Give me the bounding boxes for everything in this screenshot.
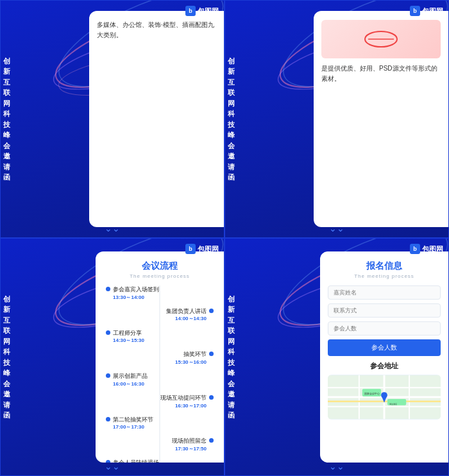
- timeline-dot-8: [209, 438, 214, 443]
- schedule-subtitle: The meeting process: [103, 273, 216, 279]
- timeline-content-7: 第二轮抽奖环节 17:00～17:30: [113, 416, 216, 431]
- logo-bottom-left: b 包图网: [185, 244, 219, 254]
- side-label-top-right: 创新互联网 科技峰会 邀请函: [228, 1, 236, 237]
- timeline-item-6: 现场互动提问环节 16:30～17:00: [103, 394, 216, 409]
- schedule-title: 会议流程: [103, 260, 216, 272]
- timeline-content-6: 现场互动提问环节 16:30～17:00: [103, 394, 207, 409]
- top-left-panel: 创新互联网 科技峰会 邀请函 b 包图网 多媒体、办公馆、装饰·模型、插画配图九…: [0, 0, 224, 238]
- timeline-dot-7: [106, 417, 110, 421]
- timeline-content-5: 展示创新产品 16:00～16:30: [113, 372, 216, 387]
- timeline-item-3: 工程师分享 14:30～15:30: [103, 329, 216, 344]
- chevron-down-bottom-left: ⌄⌄: [105, 461, 120, 472]
- top-right-panel: 创新互联网 科技峰会 邀请函 b 包图网 是提供优质、好用、PSD源文件等形式的…: [224, 0, 449, 238]
- contact-input[interactable]: [328, 303, 441, 318]
- logo-text-3: 包图网: [198, 244, 219, 254]
- registration-card: 报名信息 The meeting process 参会人数 参会地址: [320, 251, 448, 463]
- logo-top-left: b 包图网: [185, 6, 219, 16]
- schedule-card: 会议流程 The meeting process 参会嘉宾入场签到 13:30～…: [96, 251, 224, 463]
- chevron-down-top-right: ⌄⌄: [329, 223, 344, 234]
- logo-icon: b: [185, 6, 196, 16]
- timeline-dot-2: [209, 309, 214, 313]
- submit-button[interactable]: 参会人数: [328, 339, 441, 356]
- top-right-image: [321, 20, 441, 58]
- chevron-down-bottom-right: ⌄⌄: [329, 461, 344, 472]
- guest-name-input[interactable]: [328, 285, 441, 300]
- timeline-item-2: 集团负责人讲话 14:00～14:30: [103, 307, 216, 323]
- logo-icon-3: b: [185, 244, 196, 254]
- timeline-item-9: 参会人员陆续退场 17:50～之后: [103, 459, 216, 463]
- attendee-count-input[interactable]: [328, 321, 441, 336]
- logo-text-2: 包图网: [422, 6, 443, 16]
- top-right-body: 是提供优质、好用、PSD源文件等形式的素材。: [321, 64, 441, 84]
- chevron-down-top-left: ⌄⌄: [105, 223, 120, 234]
- side-label-bottom-right: 创新互联网 科技峰会 邀请函: [228, 239, 236, 475]
- timeline-item-8: 现场拍照留念 17:30～17:50: [103, 437, 216, 452]
- logo-icon-2: b: [410, 6, 420, 16]
- map-placeholder: 国家会议中心 周边酒店: [328, 375, 441, 420]
- bottom-left-panel: 创新互联网 科技峰会 邀请函 b 包图网 会议流程 The meeting pr…: [0, 238, 224, 476]
- svg-text:周边酒店: 周边酒店: [389, 403, 397, 405]
- svg-text:国家会议中心: 国家会议中心: [364, 392, 380, 395]
- reg-title: 报名信息: [328, 260, 441, 272]
- bottom-right-panel: 创新互联网 科技峰会 邀请函 b 包图网 报名信息 The meeting pr…: [224, 238, 449, 476]
- logo-top-right: b 包图网: [410, 6, 443, 16]
- timeline-dot-3: [106, 330, 110, 335]
- timeline-item-4: 抽奖环节 15:30～16:00: [103, 350, 216, 366]
- timeline: 参会嘉宾入场签到 13:30～14:00 集团负责人讲话 14:00～14:30…: [103, 285, 216, 463]
- timeline-item-1: 参会嘉宾入场签到 13:30～14:00: [103, 285, 216, 301]
- address-title: 参会地址: [328, 361, 441, 371]
- top-right-card: 是提供优质、好用、PSD源文件等形式的素材。: [314, 11, 448, 227]
- timeline-content-9: 参会人员陆续退场 17:50～之后: [113, 459, 216, 463]
- top-left-body: 多媒体、办公馆、装饰·模型、插画配图九大类别。: [97, 20, 216, 40]
- logo-text: 包图网: [198, 6, 219, 16]
- timeline-content-3: 工程师分享 14:30～15:30: [113, 329, 216, 344]
- side-label-top-left: 创新互联网 科技峰会 邀请函: [3, 1, 12, 237]
- side-label-bottom-left: 创新互联网 科技峰会 邀请函: [3, 239, 12, 475]
- timeline-dot-5: [106, 373, 110, 378]
- logo-icon-4: b: [410, 244, 420, 254]
- reg-subtitle: The meeting process: [328, 273, 441, 279]
- logo-text-4: 包图网: [422, 244, 443, 254]
- timeline-content-8: 现场拍照留念 17:30～17:50: [103, 437, 207, 452]
- timeline-dot-1: [106, 287, 110, 291]
- timeline-item-5: 展示创新产品 16:00～16:30: [103, 372, 216, 387]
- logo-bottom-right: b 包图网: [410, 244, 443, 254]
- top-left-card: 多媒体、办公馆、装饰·模型、插画配图九大类别。: [89, 11, 224, 227]
- timeline-item-7: 第二轮抽奖环节 17:00～17:30: [103, 416, 216, 431]
- timeline-content-2: 集团负责人讲话 14:00～14:30: [103, 307, 207, 323]
- timeline-dot-4: [209, 352, 214, 356]
- timeline-content-1: 参会嘉宾入场签到 13:30～14:00: [113, 285, 216, 301]
- timeline-dot-6: [209, 395, 214, 400]
- timeline-content-4: 抽奖环节 15:30～16:00: [103, 350, 207, 366]
